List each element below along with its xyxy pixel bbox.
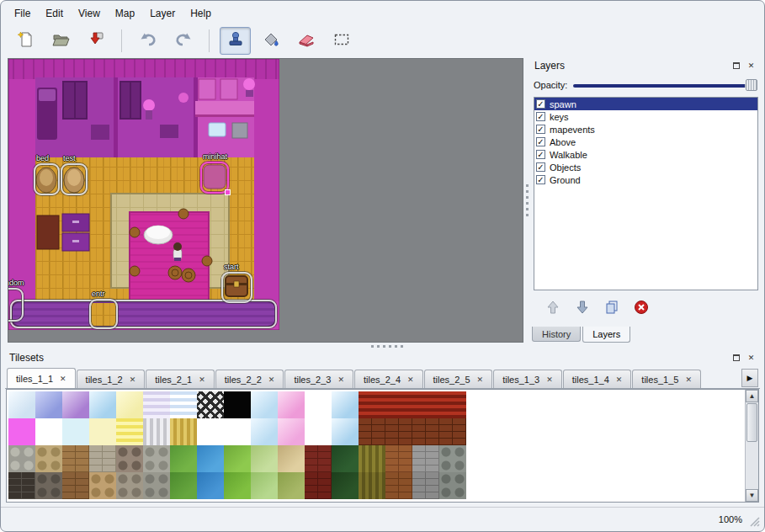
tileset-scrollbar[interactable]: ▲ ▼ <box>745 390 758 502</box>
tile[interactable] <box>359 391 385 418</box>
tile[interactable] <box>224 445 251 472</box>
tile[interactable] <box>359 472 385 499</box>
tileset-tab-tiles_2_3[interactable]: tiles_2_3✕ <box>284 370 353 388</box>
lower-layer-button[interactable] <box>573 299 592 317</box>
tab-close-icon[interactable]: ✕ <box>60 375 66 383</box>
tile[interactable] <box>89 445 116 472</box>
tile[interactable] <box>385 472 412 499</box>
tile[interactable] <box>385 445 412 472</box>
tab-close-icon[interactable]: ✕ <box>130 375 136 384</box>
tile[interactable] <box>412 445 439 472</box>
tile[interactable] <box>197 472 224 499</box>
float-panel-button[interactable] <box>730 352 742 364</box>
tile[interactable] <box>251 472 278 499</box>
tile[interactable] <box>359 418 385 445</box>
tab-close-icon[interactable]: ✕ <box>477 375 484 384</box>
tile[interactable] <box>385 391 412 418</box>
save-button[interactable] <box>80 27 111 55</box>
tileset-tab-tiles_1_5[interactable]: tiles_1_5✕ <box>632 370 701 388</box>
layer-visibility-checkbox[interactable]: ✓ <box>536 162 545 172</box>
resize-grip[interactable] <box>749 516 761 528</box>
tile[interactable] <box>143 418 170 445</box>
opacity-slider[interactable] <box>573 78 758 92</box>
tile[interactable] <box>143 445 170 472</box>
rect-select-button[interactable] <box>326 27 357 55</box>
tile[interactable] <box>143 472 170 499</box>
raise-layer-button[interactable] <box>544 299 562 317</box>
tile[interactable] <box>278 472 305 499</box>
map-object-entr[interactable]: entr <box>89 299 118 329</box>
layer-visibility-checkbox[interactable]: ✓ <box>536 137 545 146</box>
tileset-tab-tiles_1_1[interactable]: tiles_1_1✕ <box>7 368 76 388</box>
tab-history[interactable]: History <box>532 327 581 342</box>
layer-row-Walkable[interactable]: ✓Walkable <box>534 148 757 161</box>
tile[interactable] <box>89 472 116 499</box>
tile[interactable] <box>170 445 197 472</box>
tile[interactable] <box>305 391 332 418</box>
tile[interactable] <box>170 391 197 418</box>
tile[interactable] <box>197 391 224 418</box>
tile[interactable] <box>116 418 143 445</box>
vertical-splitter[interactable] <box>523 58 530 343</box>
tile[interactable] <box>439 391 466 418</box>
menu-file[interactable]: File <box>8 6 37 21</box>
tile[interactable] <box>35 418 62 445</box>
tile[interactable] <box>8 418 35 445</box>
tile[interactable] <box>359 445 385 472</box>
object-resize-handle[interactable] <box>225 189 231 195</box>
close-panel-button[interactable]: ✕ <box>745 60 757 72</box>
layer-visibility-checkbox[interactable]: ✓ <box>536 112 545 121</box>
close-panel-button[interactable]: ✕ <box>745 352 757 364</box>
tile[interactable] <box>62 391 89 418</box>
tile[interactable] <box>332 472 359 499</box>
tile[interactable] <box>35 391 62 418</box>
float-panel-button[interactable] <box>730 60 742 72</box>
open-button[interactable] <box>45 27 76 55</box>
new-file-button[interactable] <box>9 27 40 55</box>
tile[interactable] <box>197 445 224 472</box>
tab-layers[interactable]: Layers <box>582 327 630 343</box>
map-object-test[interactable]: test <box>61 163 88 195</box>
layer-row-spawn[interactable]: ✓spawn <box>534 98 757 110</box>
tileset-tab-tiles_2_2[interactable]: tiles_2_2✕ <box>215 370 284 388</box>
tile[interactable] <box>412 418 439 445</box>
tile[interactable] <box>332 391 359 418</box>
tab-close-icon[interactable]: ✕ <box>337 375 344 384</box>
layer-visibility-checkbox[interactable]: ✓ <box>536 175 545 184</box>
tileset-tab-tiles_1_2[interactable]: tiles_1_2✕ <box>77 370 146 388</box>
tileset-tab-tiles_2_4[interactable]: tiles_2_4✕ <box>354 370 423 388</box>
tile[interactable] <box>251 418 278 445</box>
tile[interactable] <box>251 445 278 472</box>
menu-edit[interactable]: Edit <box>39 6 70 21</box>
map-object-start[interactable]: start <box>221 272 252 303</box>
tileset-view[interactable]: ▲ ▼ <box>6 389 759 503</box>
tile[interactable] <box>170 472 197 499</box>
menu-view[interactable]: View <box>72 6 107 21</box>
tab-close-icon[interactable]: ✕ <box>199 375 205 384</box>
tile[interactable] <box>332 418 359 445</box>
tile[interactable] <box>439 418 466 445</box>
tile[interactable] <box>62 445 89 472</box>
undo-button[interactable] <box>132 27 163 55</box>
map-view[interactable]: bedtestminihatstartandomentr <box>8 58 523 343</box>
tile[interactable] <box>35 445 62 472</box>
tileset-tab-tiles_2_5[interactable]: tiles_2_5✕ <box>424 370 493 388</box>
tile[interactable] <box>439 445 466 472</box>
tile[interactable] <box>439 472 466 499</box>
scroll-up-button[interactable]: ▲ <box>746 390 758 402</box>
tile[interactable] <box>412 472 439 499</box>
menu-layer[interactable]: Layer <box>143 6 182 21</box>
tile[interactable] <box>278 391 305 418</box>
tab-close-icon[interactable]: ✕ <box>685 375 692 384</box>
tile[interactable] <box>89 391 116 418</box>
scroll-thumb[interactable] <box>746 403 757 442</box>
tileset-tab-tiles_2_1[interactable]: tiles_2_1✕ <box>146 370 215 388</box>
tab-close-icon[interactable]: ✕ <box>546 375 553 384</box>
tileset-tab-tiles_1_4[interactable]: tiles_1_4✕ <box>563 370 632 388</box>
tile[interactable] <box>62 418 89 445</box>
eraser-button[interactable] <box>290 27 321 55</box>
map-object-bed[interactable]: bed <box>34 163 60 195</box>
tileset-tab-tiles_1_3[interactable]: tiles_1_3✕ <box>493 370 562 388</box>
layer-row-Above[interactable]: ✓Above <box>534 136 757 148</box>
tile[interactable] <box>170 418 197 445</box>
